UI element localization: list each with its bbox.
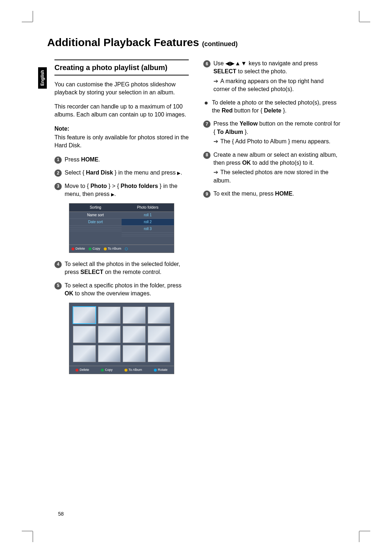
step-text: . — [114, 191, 116, 197]
thumbnail — [73, 326, 96, 343]
page-number: 58 — [58, 511, 64, 517]
step-text: . — [180, 169, 182, 176]
home-key-label: HOME — [81, 156, 98, 163]
step-7: 7 Press the Yellow button on the remote … — [203, 120, 341, 146]
folder-item-highlighted: roll 2 — [122, 219, 174, 226]
page-title: Additional Playback Features (continued) — [47, 36, 359, 49]
menu-option-label: To Album — [217, 129, 243, 135]
step-text: Move to { — [65, 183, 90, 189]
note-label: Note: — [54, 125, 189, 133]
thumbnail — [98, 307, 121, 324]
language-tab: English — [38, 67, 47, 89]
folder-item: roll 1 — [122, 212, 174, 219]
empty-row — [69, 229, 122, 231]
step-number-icon: 6 — [203, 60, 211, 67]
step-number-icon: 3 — [54, 183, 62, 190]
footer-toalbum: To Album — [104, 246, 121, 251]
footer-toalbum: To Album — [124, 368, 142, 372]
menu-option-label: Delete — [264, 107, 281, 114]
step-number-icon: 7 — [203, 120, 211, 128]
step-1: 1 Press HOME. — [54, 156, 189, 164]
step-text: to add the photo(s) to it. — [251, 160, 314, 166]
yellow-dot-icon — [104, 247, 107, 250]
step-4: 4 To select all the photos in the select… — [54, 260, 189, 276]
step-number-icon: 5 — [54, 282, 62, 290]
thumbnail — [98, 345, 121, 362]
folder-item: roll 3 — [122, 226, 174, 233]
intro-paragraph-1: You can customise the JPEG photos slides… — [54, 81, 189, 97]
step-text: To exit the menu, press — [213, 191, 275, 197]
step-3: 3 Move to { Photo } > { Photo folders } … — [54, 182, 189, 198]
footer-copy: Copy — [89, 246, 100, 251]
thumbnail — [148, 345, 171, 362]
result-text: The { Add Photo to Album } menu appears. — [213, 138, 341, 146]
step-text: Use — [213, 60, 225, 66]
step-text: button for { — [233, 107, 264, 114]
step-number-icon: 4 — [54, 261, 62, 268]
page-title-main: Additional Playback Features — [47, 36, 199, 48]
ok-key-label: OK — [242, 160, 251, 166]
left-column: Creating a photo playlist (album) You ca… — [54, 60, 189, 381]
footer-delete: Delete — [75, 368, 89, 372]
step-text: keys to navigate and press — [247, 60, 318, 66]
home-key-label: HOME — [275, 191, 293, 197]
step-text: } > { — [107, 183, 121, 189]
ok-key-label: OK — [65, 290, 73, 296]
thumbnail — [123, 345, 146, 362]
step-text: }. — [243, 129, 248, 135]
select-key-label: SELECT — [213, 68, 236, 74]
step-number-icon: 8 — [203, 152, 211, 159]
step-8: 8 Create a new album or select an existi… — [203, 151, 341, 185]
menu-col-header-folders: Photo folders — [122, 204, 174, 212]
footer-empty — [125, 246, 129, 251]
yellow-button-label: Yellow — [240, 120, 258, 127]
result-text: A marking appears on the top right hand … — [213, 77, 341, 94]
result-text: The selected photos are now stored in th… — [213, 168, 341, 185]
menu-option-label: Hard Disk — [86, 169, 113, 176]
step-text: To select a specific photos in the folde… — [65, 282, 181, 288]
empty-row — [122, 234, 174, 236]
play-right-icon — [111, 191, 114, 197]
blue-dot-icon — [154, 369, 157, 372]
step-6: 6 Use keys to navigate and press SELECT … — [203, 60, 341, 94]
step-text: } in the menu and press — [113, 169, 177, 176]
thumbnail — [148, 307, 171, 324]
sort-option-selected: Date sort — [69, 219, 122, 226]
footer-rotate: Rotate — [154, 368, 168, 372]
green-dot-icon — [101, 369, 104, 372]
yellow-dot-icon — [124, 369, 127, 372]
thumbnail — [73, 345, 96, 362]
step-text: Press — [65, 156, 81, 163]
select-key-label: SELECT — [81, 269, 103, 275]
step-number-icon: 1 — [54, 156, 62, 164]
red-dot-icon — [75, 369, 78, 372]
sort-option: Name sort — [69, 212, 122, 219]
thumbnail — [98, 326, 121, 343]
intro-paragraph-2: This recorder can handle up to a maximum… — [54, 103, 189, 119]
step-text: Press the — [213, 120, 240, 127]
step-number-icon: 2 — [54, 169, 62, 177]
step-2: 2 Select { Hard Disk } in the menu and p… — [54, 169, 189, 177]
red-button-label: Red — [222, 107, 233, 114]
step-text: . — [98, 156, 100, 163]
bullet-icon — [205, 102, 208, 105]
step-9: 9 To exit the menu, press HOME. — [203, 190, 341, 198]
thumbnail — [123, 307, 146, 324]
page-title-suffix: (continued) — [202, 40, 238, 48]
menu-col-header-sorting: Sorting — [69, 204, 122, 212]
step-text: to show the overview images. — [73, 290, 151, 296]
menu-option-label: Photo folders — [121, 183, 158, 189]
menu-screenshot: Sorting Photo folders Name sort Date sor… — [69, 203, 174, 253]
step-text: }. — [281, 107, 286, 114]
thumbnail — [148, 326, 171, 343]
footer-delete: Delete — [72, 246, 85, 251]
nav-arrows-icon — [225, 60, 247, 66]
step-number-icon: 9 — [203, 191, 211, 198]
step-text: on the remote control. — [103, 269, 162, 275]
blue-ring-icon — [125, 247, 128, 250]
menu-option-label: Photo — [90, 183, 107, 189]
step-5: 5 To select a specific photos in the fol… — [54, 282, 189, 298]
right-column: 6 Use keys to navigate and press SELECT … — [203, 60, 341, 381]
thumbnail-selected — [73, 307, 96, 324]
red-dot-icon — [72, 247, 74, 250]
